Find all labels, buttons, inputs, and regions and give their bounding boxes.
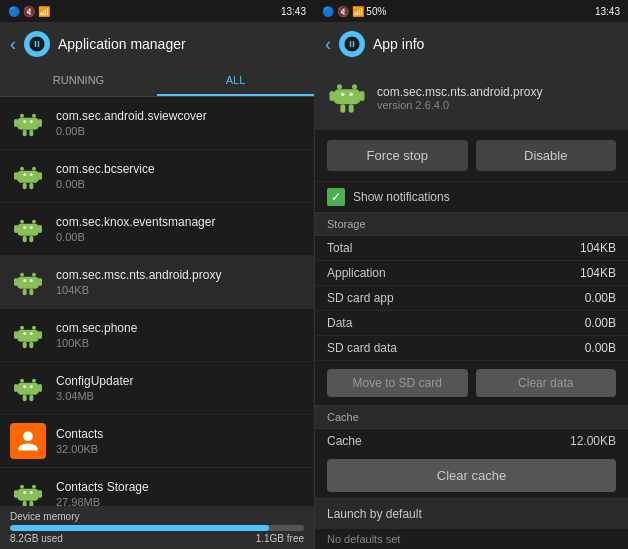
svg-point-64 <box>352 84 357 89</box>
status-time-left: 13:43 <box>281 6 306 17</box>
svg-point-34 <box>23 279 26 282</box>
svg-point-26 <box>30 226 33 229</box>
svg-point-18 <box>20 220 24 224</box>
tab-running[interactable]: RUNNING <box>0 66 157 96</box>
svg-rect-5 <box>23 130 27 137</box>
sd-buttons-row: Move to SD card Clear data <box>315 361 628 405</box>
device-memory-footer: Device memory 8.2GB used 1.1GB free <box>0 506 314 549</box>
memory-progress-bar <box>10 525 304 531</box>
status-icons-right: 🔵 🔇 📶 50% <box>322 6 386 17</box>
svg-point-10 <box>32 167 36 171</box>
app-info-header: com.sec.msc.nts.android.proxy version 2.… <box>315 66 628 130</box>
clear-data-button[interactable]: Clear data <box>476 369 617 397</box>
app-icon <box>10 211 46 247</box>
svg-rect-51 <box>29 395 33 402</box>
action-buttons: Force stop Disable <box>315 130 628 181</box>
app-list: com.sec.android.sviewcover 0.00B <box>0 97 314 506</box>
svg-rect-20 <box>17 224 38 236</box>
svg-rect-66 <box>330 91 335 101</box>
svg-point-27 <box>20 273 24 277</box>
left-panel: 🔵 🔇 📶 13:43 ‹ Application manager RUNNIN… <box>0 0 314 549</box>
list-item[interactable]: com.sec.phone 100KB <box>0 309 314 362</box>
show-notifications-row[interactable]: ✓ Show notifications <box>315 181 628 212</box>
list-item[interactable]: com.sec.android.sviewcover 0.00B <box>0 97 314 150</box>
cache-value: 12.00KB <box>570 434 616 448</box>
svg-rect-32 <box>23 289 27 296</box>
app-info-version: version 2.6.4.0 <box>377 99 542 111</box>
svg-rect-29 <box>17 277 38 289</box>
svg-rect-14 <box>23 183 27 190</box>
storage-section-header: Storage <box>315 212 628 236</box>
app-name: com.sec.bcservice <box>56 162 304 178</box>
svg-rect-48 <box>14 384 18 392</box>
svg-rect-67 <box>360 91 365 101</box>
svg-point-46 <box>32 379 36 383</box>
svg-rect-2 <box>17 118 38 130</box>
svg-rect-56 <box>17 489 38 501</box>
svg-rect-47 <box>17 383 38 395</box>
app-icon <box>10 476 46 506</box>
svg-rect-6 <box>29 130 33 137</box>
app-info: com.sec.knox.eventsmanager 0.00B <box>56 215 304 243</box>
svg-point-55 <box>32 485 36 489</box>
list-item[interactable]: com.sec.msc.nts.android.proxy 104KB <box>0 256 314 309</box>
left-panel-title: Application manager <box>58 36 186 52</box>
storage-sdcard-app-label: SD card app <box>327 291 394 305</box>
right-panel: 🔵 🔇 📶 50% 13:43 ‹ App info <box>314 0 628 549</box>
svg-point-61 <box>23 491 26 494</box>
storage-application-label: Application <box>327 266 386 280</box>
svg-point-43 <box>23 332 26 335</box>
svg-point-70 <box>341 93 344 96</box>
back-button[interactable]: ‹ <box>10 34 16 55</box>
notifications-checkbox[interactable]: ✓ <box>327 188 345 206</box>
app-size: 100KB <box>56 337 304 349</box>
app-icon <box>10 317 46 353</box>
app-info: Contacts 32.00KB <box>56 427 304 455</box>
storage-sdcard-data-label: SD card data <box>327 341 397 355</box>
svg-rect-15 <box>29 183 33 190</box>
svg-point-53 <box>30 385 33 388</box>
app-name: com.sec.android.sviewcover <box>56 109 304 125</box>
right-back-button[interactable]: ‹ <box>325 34 331 55</box>
show-notifications-label: Show notifications <box>353 190 450 204</box>
app-name: com.sec.msc.nts.android.proxy <box>56 268 304 284</box>
list-item[interactable]: Contacts 32.00KB <box>0 415 314 468</box>
app-info: Contacts Storage 27.98MB <box>56 480 304 506</box>
svg-point-37 <box>32 326 36 330</box>
force-stop-button[interactable]: Force stop <box>327 140 468 171</box>
cache-section-header: Cache <box>315 405 628 429</box>
svg-rect-21 <box>14 225 18 233</box>
list-item[interactable]: Contacts Storage 27.98MB <box>0 468 314 506</box>
list-item[interactable]: com.sec.knox.eventsmanager 0.00B <box>0 203 314 256</box>
list-item[interactable]: com.sec.bcservice 0.00B <box>0 150 314 203</box>
no-defaults-text: No defaults set <box>315 529 628 549</box>
status-icons-left: 🔵 🔇 📶 <box>8 6 50 17</box>
svg-point-7 <box>23 120 26 123</box>
move-to-sd-button[interactable]: Move to SD card <box>327 369 468 397</box>
app-info: com.sec.android.sviewcover 0.00B <box>56 109 304 137</box>
clear-cache-button[interactable]: Clear cache <box>327 459 616 492</box>
svg-rect-12 <box>14 172 18 180</box>
app-icon <box>10 264 46 300</box>
app-info: com.sec.msc.nts.android.proxy 104KB <box>56 268 304 296</box>
tab-all[interactable]: ALL <box>157 66 314 96</box>
svg-rect-50 <box>23 395 27 402</box>
storage-data-value: 0.00B <box>585 316 616 330</box>
disable-button[interactable]: Disable <box>476 140 617 171</box>
svg-rect-69 <box>349 104 354 112</box>
app-android-icon <box>327 76 367 120</box>
cache-label: Cache <box>327 434 362 448</box>
list-item[interactable]: ConfigUpdater 3.04MB <box>0 362 314 415</box>
svg-point-54 <box>20 485 24 489</box>
svg-rect-23 <box>23 236 27 243</box>
svg-point-36 <box>20 326 24 330</box>
app-info-icon <box>339 31 365 57</box>
svg-rect-41 <box>23 342 27 349</box>
app-name: ConfigUpdater <box>56 374 304 390</box>
svg-point-8 <box>30 120 33 123</box>
storage-total-row: Total 104KB <box>315 236 628 261</box>
app-manager-icon <box>24 31 50 57</box>
svg-rect-68 <box>340 104 345 112</box>
svg-rect-30 <box>14 278 18 286</box>
app-name: com.sec.knox.eventsmanager <box>56 215 304 231</box>
